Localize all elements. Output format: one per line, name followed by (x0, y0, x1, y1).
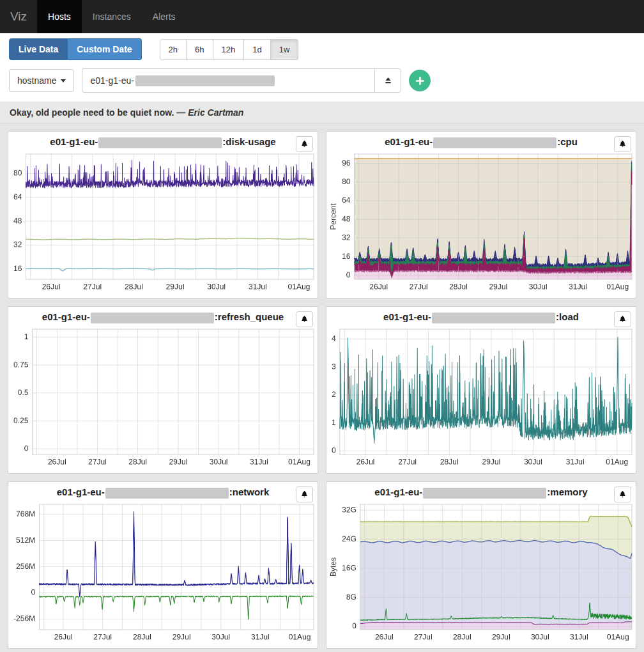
redacted-hostname (98, 137, 222, 148)
range-1w[interactable]: 1w (271, 39, 299, 60)
refresh-queue-chart[interactable] (8, 326, 318, 469)
tab-instances[interactable]: Instances (82, 0, 142, 33)
alert-bell-button[interactable] (614, 486, 631, 502)
redacted-hostname (135, 75, 275, 86)
chart-panel-refresh-queue: e01-g1-eu-:refresh_queue (8, 306, 318, 474)
title-prefix: e01-g1-eu- (57, 486, 105, 497)
title-prefix: e01-g1-eu- (374, 486, 422, 497)
redacted-hostname (91, 313, 214, 323)
title-suffix: :load (556, 311, 579, 322)
quote-bar: Okay, old people need to be quiet now. —… (0, 102, 644, 123)
add-host-button[interactable] (409, 70, 431, 91)
chart-title-network: e01-g1-eu-:network (8, 482, 318, 501)
upload-button[interactable] (374, 68, 401, 93)
custom-date-button[interactable]: Custom Date (68, 38, 141, 60)
chevron-down-icon (61, 79, 66, 82)
redacted-hostname (432, 313, 555, 323)
hostname-prefix: e01-g1-eu- (90, 75, 134, 86)
live-data-button[interactable]: Live Data (9, 38, 68, 60)
title-prefix: e01-g1-eu- (383, 311, 431, 322)
range-12h[interactable]: 12h (213, 39, 245, 60)
tab-hosts[interactable]: Hosts (37, 0, 82, 33)
chart-title-cpu: e01-g1-eu-:cpu (326, 132, 636, 151)
title-suffix: :network (229, 486, 270, 497)
chart-title-disk-usage: e01-g1-eu-:disk-usage (8, 132, 318, 151)
load-chart[interactable] (326, 326, 636, 469)
host-filter-row: hostname e01-g1-eu- (0, 65, 644, 102)
bell-icon (618, 315, 627, 323)
title-suffix: :memory (547, 486, 587, 497)
title-suffix: :refresh_queue (215, 311, 284, 322)
alert-bell-button[interactable] (614, 136, 631, 152)
chart-panel-disk-usage: e01-g1-eu-:disk-usage (8, 131, 318, 299)
chart-panel-load: e01-g1-eu-:load (326, 306, 636, 474)
redacted-hostname (423, 488, 546, 499)
top-navbar: Viz Hosts Instances Alerts (0, 0, 644, 33)
title-suffix: :cpu (557, 136, 578, 147)
range-6h[interactable]: 6h (187, 39, 213, 60)
quote-separator: — (176, 107, 185, 118)
title-suffix: :disk-usage (222, 136, 275, 147)
chart-panel-network: e01-g1-eu-:network (8, 481, 318, 649)
title-prefix: e01-g1-eu- (42, 311, 90, 322)
quote-author: Eric Cartman (188, 107, 243, 118)
chart-panel-cpu: e01-g1-eu-:cpu (326, 131, 636, 299)
plus-icon (415, 75, 425, 86)
bell-icon (300, 140, 309, 148)
charts-grid: e01-g1-eu-:disk-usage e01-g1-eu-:cpu e01… (0, 123, 644, 652)
app-brand: Viz (0, 0, 37, 33)
eject-upload-icon (383, 76, 393, 86)
title-prefix: e01-g1-eu- (50, 136, 98, 147)
tab-alerts[interactable]: Alerts (142, 0, 187, 33)
range-1d[interactable]: 1d (244, 39, 270, 60)
alert-bell-button[interactable] (614, 311, 631, 327)
range-2h[interactable]: 2h (160, 39, 187, 60)
chart-title-memory: e01-g1-eu-:memory (326, 482, 636, 501)
bell-icon (300, 315, 309, 323)
bell-icon (618, 490, 627, 499)
field-dropdown-label: hostname (17, 75, 56, 86)
time-toolbar: Live Data Custom Date 2h 6h 12h 1d 1w (0, 33, 644, 65)
hostname-input-group: e01-g1-eu- (82, 68, 401, 93)
alert-bell-button[interactable] (296, 311, 313, 327)
alert-bell-button[interactable] (296, 486, 313, 502)
range-group: 2h 6h 12h 1d 1w (160, 39, 299, 60)
chart-title-refresh-queue: e01-g1-eu-:refresh_queue (8, 307, 318, 326)
redacted-hostname (105, 488, 229, 499)
cpu-chart[interactable] (326, 151, 636, 294)
chart-title-load: e01-g1-eu-:load (326, 307, 636, 326)
alert-bell-button[interactable] (296, 136, 313, 152)
title-prefix: e01-g1-eu- (385, 136, 433, 147)
memory-chart[interactable] (326, 501, 636, 644)
quote-text: Okay, old people need to be quiet now. (10, 107, 174, 118)
disk-usage-chart[interactable] (8, 151, 318, 294)
hostname-input[interactable]: e01-g1-eu- (82, 68, 374, 93)
redacted-hostname (433, 137, 556, 148)
bell-icon (618, 140, 627, 148)
chart-panel-memory: e01-g1-eu-:memory (326, 481, 636, 649)
network-chart[interactable] (8, 501, 318, 644)
data-mode-group: Live Data Custom Date (9, 38, 142, 60)
bell-icon (300, 490, 309, 499)
field-dropdown[interactable]: hostname (9, 69, 74, 92)
